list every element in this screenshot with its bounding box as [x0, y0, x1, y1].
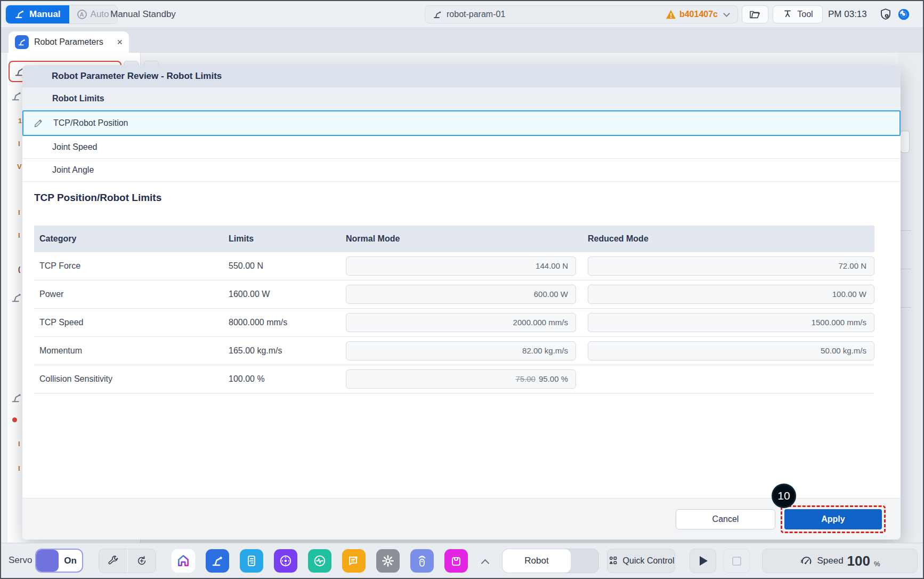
edit-pencil-icon [33, 118, 44, 128]
manual-mode-button[interactable]: Manual [6, 5, 69, 23]
clipped-text-fragment: I [18, 464, 20, 472]
program-selector[interactable]: robot-param-01 b401407c [425, 5, 738, 23]
clipped-text-fragment: V [17, 163, 22, 171]
new-value: 95.00 % [539, 374, 568, 383]
row-limit: 100.00 % [229, 374, 346, 384]
normal-mode-input[interactable]: 82.00 kg.m/s [346, 341, 576, 360]
table-row: Momentum 165.00 kg.m/s 82.00 kg.m/s 50.0… [34, 337, 874, 365]
robot-target-toggle[interactable]: Robot [502, 549, 599, 573]
rotate-icon [136, 555, 148, 567]
app-robot-icon[interactable] [206, 549, 229, 573]
robot-parameters-app-icon [15, 35, 29, 49]
speed-unit: % [874, 560, 880, 568]
list-item-label: Robot Limits [52, 94, 104, 103]
step-number-badge: 10 [772, 484, 796, 508]
folder-icon [749, 9, 761, 20]
clipped-text-fragment: I [18, 231, 20, 239]
stop-button[interactable] [723, 549, 750, 573]
speed-control[interactable]: Speed 100 % [762, 549, 918, 573]
robot-status-text: Manual Standby [110, 9, 176, 20]
auto-label: Auto [91, 9, 109, 20]
recovery-swirl-icon[interactable] [897, 8, 910, 21]
clock: PM 03:13 [828, 9, 867, 20]
scrollbar-thumb[interactable] [900, 131, 910, 153]
limits-table: Category Limits Normal Mode Reduced Mode… [34, 226, 874, 393]
alarm-dropdown[interactable]: b401407c [666, 10, 730, 19]
tool-gripper-icon [782, 9, 793, 20]
reduced-mode-input[interactable]: 100.00 W [588, 285, 874, 304]
table-row: Collision Sensitivity 100.00 % 75.0095.0… [34, 365, 874, 393]
dialog-footer: Cancel 10 Apply [22, 498, 901, 540]
app-log-icon[interactable] [342, 549, 366, 573]
manual-label: Manual [29, 9, 61, 20]
row-limit: 550.00 N [229, 261, 346, 271]
robot-toggle-label: Robot [502, 549, 571, 573]
manual-robot-icon [14, 9, 25, 20]
tab-close-icon[interactable]: × [117, 37, 123, 48]
row-limit: 165.00 kg.m/s [229, 346, 346, 356]
servo-toggle[interactable]: On [35, 549, 83, 573]
table-row: TCP Speed 8000.000 mm/s 2000.000 mm/s 15… [34, 309, 874, 337]
table-row: Power 1600.00 W 600.00 W 100.00 W [34, 280, 874, 309]
speed-label: Speed [817, 556, 843, 566]
normal-mode-input[interactable]: 144.00 N [346, 256, 576, 276]
list-item-tcp-robot-position[interactable]: TCP/Robot Position [22, 110, 901, 136]
normal-mode-input-edited[interactable]: 75.0095.00 % [346, 369, 576, 389]
quick-control-button[interactable]: Quick Control [607, 549, 675, 573]
play-icon [700, 556, 708, 566]
column-header-reduced-mode: Reduced Mode [588, 234, 874, 244]
quick-control-icon [608, 556, 619, 566]
mode-segmented-control: Manual A Auto [5, 5, 118, 24]
list-item-joint-speed[interactable]: Joint Speed [22, 136, 901, 159]
list-item-label: Joint Speed [52, 142, 98, 152]
app-jog-icon[interactable] [274, 549, 297, 573]
cancel-button[interactable]: Cancel [676, 509, 775, 529]
update-rotate-button[interactable] [128, 549, 156, 573]
normal-mode-input[interactable]: 2000.000 mm/s [346, 313, 576, 332]
app-home-icon[interactable] [172, 549, 195, 573]
tab-robot-parameters[interactable]: Robot Parameters × [9, 31, 129, 53]
auto-icon: A [77, 10, 87, 19]
reduced-mode-input[interactable]: 72.00 N [588, 256, 874, 276]
reduced-mode-input[interactable]: 50.00 kg.m/s [588, 341, 874, 360]
tool-button-group [99, 549, 156, 573]
open-file-button[interactable] [742, 5, 768, 23]
alarm-code: b401407c [679, 10, 718, 19]
speed-value: 100 [847, 553, 870, 569]
row-limit: 8000.000 mm/s [229, 318, 346, 327]
previous-value: 75.00 [515, 374, 536, 383]
column-header-normal-mode: Normal Mode [346, 234, 576, 244]
app-settings-icon[interactable] [376, 549, 400, 573]
clipped-text-fragment: ( [18, 265, 20, 273]
program-robot-icon [433, 10, 442, 19]
normal-mode-input[interactable]: 600.00 W [346, 285, 576, 304]
play-button[interactable] [690, 549, 716, 573]
clipped-text-fragment: I [18, 208, 20, 216]
settings-wrench-button[interactable] [99, 549, 128, 573]
row-category: Collision Sensitivity [34, 374, 229, 384]
reduced-mode-input[interactable]: 1500.000 mm/s [588, 313, 874, 332]
safety-shield-icon[interactable] [879, 8, 892, 21]
robot-icon [11, 90, 22, 102]
column-header-limits: Limits [229, 234, 346, 244]
tab-bar: Robot Parameters × [1, 28, 923, 53]
speedometer-icon [799, 554, 813, 567]
column-header-category: Category [34, 234, 229, 244]
clipped-text-fragment: 1 [18, 117, 22, 125]
clipped-text-fragment: I [18, 440, 20, 448]
app-program-icon[interactable] [240, 549, 263, 573]
app-remote-icon[interactable] [410, 549, 434, 573]
quick-control-label: Quick Control [623, 556, 675, 566]
chevron-up-icon[interactable] [481, 559, 490, 568]
row-category: TCP Speed [34, 318, 229, 327]
robot-parameter-review-dialog: Robot Parameter Review - Robot Limits Ro… [22, 65, 901, 540]
section-title: TCP Position/Robot Limits [34, 192, 901, 206]
tool-button[interactable]: Tool [773, 5, 823, 23]
app-store-icon[interactable] [444, 549, 468, 573]
app-window: Manual A Auto Manual Standby robot-param… [0, 0, 924, 579]
app-monitoring-icon[interactable] [308, 549, 331, 573]
table-row: TCP Force 550.00 N 144.00 N 72.00 N [34, 252, 874, 280]
apply-button[interactable]: Apply [784, 509, 882, 529]
list-item-robot-limits[interactable]: Robot Limits [22, 87, 901, 110]
list-item-joint-angle[interactable]: Joint Angle [22, 159, 901, 182]
